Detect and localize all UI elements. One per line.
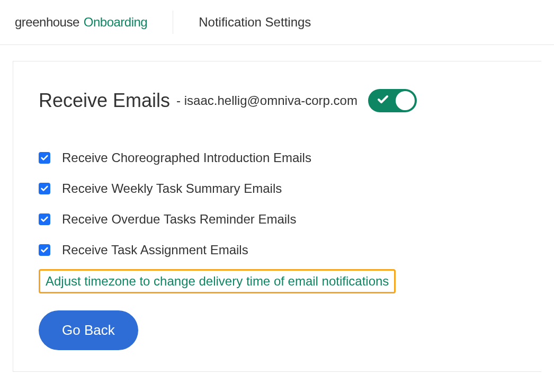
logo: greenhouse Onboarding <box>15 15 147 30</box>
checkbox-label: Receive Choreographed Introduction Email… <box>62 150 311 165</box>
timezone-link-highlight: Adjust timezone to change delivery time … <box>39 269 396 293</box>
checkbox-label: Receive Weekly Task Summary Emails <box>62 181 282 196</box>
header-divider <box>173 11 173 34</box>
checkbox-list: Receive Choreographed Introduction Email… <box>39 150 516 257</box>
receive-emails-toggle[interactable] <box>368 89 417 112</box>
email-prefix: - <box>176 93 184 108</box>
checkmark-icon <box>40 215 49 224</box>
receive-emails-title: Receive Emails <box>39 90 170 112</box>
checkbox-choreographed-intro[interactable] <box>39 152 50 164</box>
checkbox-overdue-tasks-reminder[interactable] <box>39 213 50 225</box>
checkbox-row: Receive Task Assignment Emails <box>39 243 516 257</box>
page-title: Notification Settings <box>199 15 311 30</box>
checkmark-icon <box>40 184 49 193</box>
checkmark-icon <box>40 246 49 254</box>
checkbox-task-assignment[interactable] <box>39 244 50 256</box>
receive-emails-header: Receive Emails - isaac.hellig@omniva-cor… <box>39 89 516 112</box>
checkbox-weekly-task-summary[interactable] <box>39 183 50 194</box>
settings-panel: Receive Emails - isaac.hellig@omniva-cor… <box>13 61 541 372</box>
logo-sub: Onboarding <box>84 15 147 30</box>
logo-main: greenhouse <box>15 15 79 30</box>
email-value: isaac.hellig@omniva-corp.com <box>184 93 358 108</box>
checkbox-row: Receive Choreographed Introduction Email… <box>39 150 516 165</box>
checkbox-label: Receive Overdue Tasks Reminder Emails <box>62 212 296 227</box>
go-back-button[interactable]: Go Back <box>39 310 138 350</box>
adjust-timezone-link[interactable]: Adjust timezone to change delivery time … <box>46 274 389 288</box>
checkmark-icon <box>377 93 389 108</box>
toggle-knob <box>396 91 415 110</box>
checkmark-icon <box>40 154 49 162</box>
header-bar: greenhouse Onboarding Notification Setti… <box>0 0 554 45</box>
checkbox-row: Receive Overdue Tasks Reminder Emails <box>39 212 516 227</box>
checkbox-label: Receive Task Assignment Emails <box>62 243 248 257</box>
receive-emails-address: - isaac.hellig@omniva-corp.com <box>176 93 358 108</box>
checkbox-row: Receive Weekly Task Summary Emails <box>39 181 516 196</box>
